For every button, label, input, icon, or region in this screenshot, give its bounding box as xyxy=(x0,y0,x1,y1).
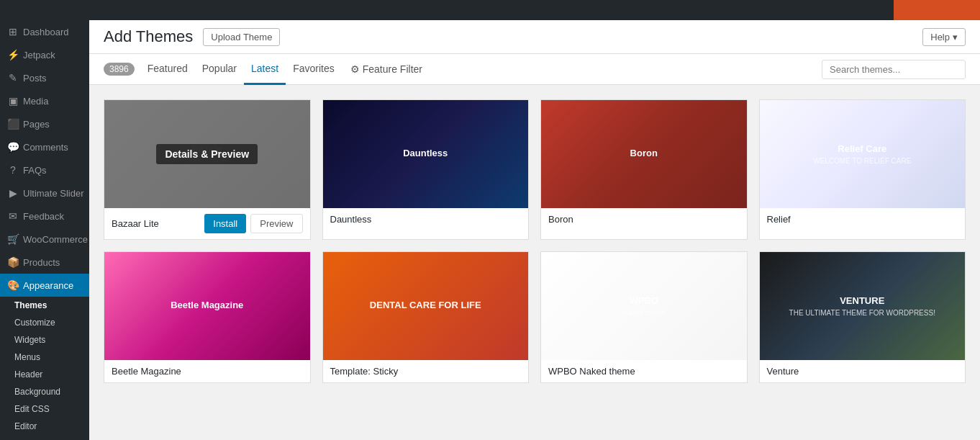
main-content: Add Themes Upload Theme Help ▾ 3896 Feat… xyxy=(89,20,980,440)
tab-list: FeaturedPopularLatestFavorites xyxy=(140,54,342,84)
sidebar-item-jetpack[interactable]: ⚡Jetpack xyxy=(0,43,89,66)
theme-card[interactable]: Beetle Magazine Beetle Magazine xyxy=(104,251,311,383)
theme-card[interactable]: Dauntless Dauntless xyxy=(322,99,530,240)
feature-filter-tab[interactable]: ⚙ Feature Filter xyxy=(343,55,430,84)
theme-name-dauntless: Dauntless xyxy=(330,214,372,225)
theme-name-sanitarium: Template: Sticky xyxy=(330,366,399,377)
posts-icon: ✎ xyxy=(7,72,19,84)
sidebar-item-woocommerce[interactable]: 🛒WooCommerce xyxy=(0,228,89,251)
sidebar-item-comments[interactable]: 💬Comments xyxy=(0,135,89,158)
theme-card[interactable]: DENTAL CARE FOR LIFE Template: Sticky xyxy=(322,251,530,383)
jetpack-icon: ⚡ xyxy=(7,49,19,60)
preview-button-bazaar-lite[interactable]: Preview xyxy=(250,214,302,233)
upload-theme-button[interactable]: Upload Theme xyxy=(203,28,280,46)
theme-actions-bazaar-lite: Install Preview xyxy=(204,214,302,233)
theme-footer-wpbo: WPBO Naked theme xyxy=(541,360,747,382)
pages-icon: ⬛ xyxy=(7,118,19,130)
topbar-left: Add Themes Upload Theme xyxy=(104,27,280,46)
theme-footer-relief: Relief xyxy=(760,208,966,230)
help-button[interactable]: Help ▾ xyxy=(922,28,966,46)
sidebar-sub-item-menus[interactable]: Menus xyxy=(0,349,89,366)
search-input[interactable] xyxy=(822,60,966,79)
page-title: Add Themes xyxy=(104,27,193,46)
theme-name-beetle-magazine: Beetle Magazine xyxy=(112,366,181,377)
theme-thumbnail-relief: Relief Care WELCOME TO RELIEF CARE xyxy=(760,100,966,208)
sidebar-item-dashboard[interactable]: ⊞Dashboard xyxy=(0,20,89,43)
theme-overlay-bazaar-lite: Details & Preview xyxy=(104,100,310,208)
admin-bar-highlight xyxy=(894,0,980,20)
theme-card[interactable]: Bazaar Shop Theme Details & Preview Baza… xyxy=(104,99,311,240)
search-area xyxy=(822,60,966,79)
theme-card[interactable]: Relief Care WELCOME TO RELIEF CARE Relie… xyxy=(759,99,966,240)
media-icon: ▣ xyxy=(7,95,19,107)
sidebar-label-posts: Posts xyxy=(23,73,47,84)
tab-popular[interactable]: Popular xyxy=(195,54,244,85)
feedback-icon: ✉ xyxy=(7,210,19,222)
theme-thumbnail-venture: VENTURE THE ULTIMATE THEME FOR WORDPRESS… xyxy=(760,252,966,360)
theme-grid: Bazaar Shop Theme Details & Preview Baza… xyxy=(89,85,980,440)
theme-footer-boron: Boron xyxy=(541,208,747,230)
theme-name-boron: Boron xyxy=(548,214,573,225)
theme-thumbnail-bazaar-lite: Bazaar Shop Theme Details & Preview xyxy=(104,100,310,208)
theme-card[interactable]: Boron Boron xyxy=(540,99,748,240)
theme-thumbnail-dauntless: Dauntless xyxy=(323,100,529,208)
tab-featured[interactable]: Featured xyxy=(140,54,195,85)
tabs-bar: 3896 FeaturedPopularLatestFavorites ⚙ Fe… xyxy=(89,54,980,85)
sidebar-label-pages: Pages xyxy=(23,119,50,130)
sidebar-label-dashboard: Dashboard xyxy=(23,27,69,37)
sidebar-label-ultimate-slider: Ultimate Slider xyxy=(23,188,84,199)
theme-count-badge: 3896 xyxy=(104,63,135,76)
install-button-bazaar-lite[interactable]: Install xyxy=(204,214,246,233)
theme-footer-beetle-magazine: Beetle Magazine xyxy=(104,360,310,382)
theme-name-venture: Venture xyxy=(767,366,799,377)
comments-icon: 💬 xyxy=(7,141,19,153)
theme-thumbnail-boron: Boron xyxy=(541,100,747,208)
sidebar-label-faqs: FAQs xyxy=(23,165,47,176)
sidebar-sub-item-header[interactable]: Header xyxy=(0,366,89,383)
woocommerce-icon: 🛒 xyxy=(7,233,19,245)
theme-thumbnail-wpbo: WPBO Naked theme xyxy=(541,252,747,360)
help-label: Help xyxy=(930,32,950,42)
ultimate-slider-icon: ▶ xyxy=(7,187,19,199)
sidebar-item-posts[interactable]: ✎Posts xyxy=(0,66,89,89)
topbar: Add Themes Upload Theme Help ▾ xyxy=(89,20,980,54)
products-icon: 📦 xyxy=(7,256,19,268)
sidebar-sub-item-themes[interactable]: Themes xyxy=(0,297,89,314)
appearance-icon: 🎨 xyxy=(7,279,19,291)
sidebar-sub-item-edit-css[interactable]: Edit CSS xyxy=(0,400,89,418)
sidebar-label-media: Media xyxy=(23,96,48,107)
details-preview-label: Details & Preview xyxy=(156,144,258,164)
sidebar-item-appearance[interactable]: 🎨Appearance xyxy=(0,274,89,297)
tab-favorites[interactable]: Favorites xyxy=(286,54,342,85)
sidebar-sub-item-customize[interactable]: Customize xyxy=(0,314,89,331)
sidebar-item-media[interactable]: ▣Media xyxy=(0,89,89,112)
tab-latest[interactable]: Latest xyxy=(244,54,286,85)
dashboard-icon: ⊞ xyxy=(7,26,19,37)
sidebar-label-feedback: Feedback xyxy=(23,211,64,222)
sidebar-sub-item-widgets[interactable]: Widgets xyxy=(0,331,89,349)
theme-footer-bazaar-lite: Bazaar Lite Install Preview xyxy=(104,208,310,239)
theme-card[interactable]: WPBO Naked theme WPBO Naked theme xyxy=(540,251,748,383)
theme-name-bazaar-lite: Bazaar Lite xyxy=(112,218,159,229)
admin-bar xyxy=(0,0,980,20)
sidebar-label-appearance: Appearance xyxy=(23,280,73,291)
theme-card[interactable]: VENTURE THE ULTIMATE THEME FOR WORDPRESS… xyxy=(759,251,966,383)
feature-filter-label: Feature Filter xyxy=(363,63,422,75)
sidebar: ⊞Dashboard⚡Jetpack✎Posts▣Media⬛Pages💬Com… xyxy=(0,20,89,440)
theme-footer-sanitarium: Template: Sticky xyxy=(323,360,529,382)
sidebar-item-pages[interactable]: ⬛Pages xyxy=(0,112,89,135)
faqs-icon: ? xyxy=(7,164,19,176)
sidebar-sub-item-editor[interactable]: Editor xyxy=(0,418,89,435)
sidebar-item-ultimate-slider[interactable]: ▶Ultimate Slider xyxy=(0,181,89,205)
sidebar-item-faqs[interactable]: ?FAQs xyxy=(0,158,89,181)
sidebar-sub-item-background[interactable]: Background xyxy=(0,383,89,400)
sidebar-label-products: Products xyxy=(23,257,60,268)
theme-name-relief: Relief xyxy=(767,214,791,225)
sidebar-item-plugins[interactable]: 🔌Plugins xyxy=(0,435,89,440)
theme-footer-dauntless: Dauntless xyxy=(323,208,529,230)
sidebar-item-feedback[interactable]: ✉Feedback xyxy=(0,205,89,228)
sidebar-label-woocommerce: WooCommerce xyxy=(23,234,88,245)
sidebar-label-jetpack: Jetpack xyxy=(23,50,55,60)
sidebar-item-products[interactable]: 📦Products xyxy=(0,251,89,274)
chevron-down-icon: ▾ xyxy=(953,32,958,42)
